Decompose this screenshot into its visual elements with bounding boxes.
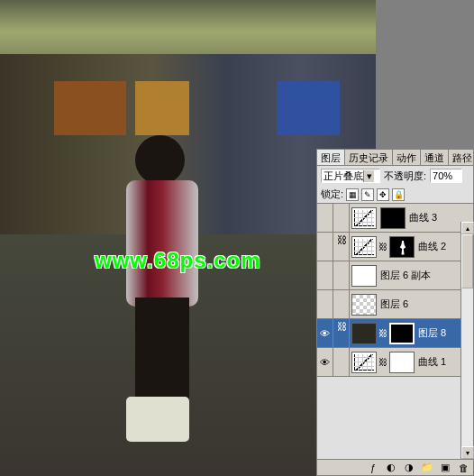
layer-name[interactable]: 曲线 2 [418, 240, 446, 253]
layer-thumbnail[interactable] [351, 236, 377, 258]
link-toggle[interactable] [333, 290, 350, 318]
opacity-label: 不透明度: [384, 169, 426, 183]
visibility-toggle[interactable] [317, 204, 333, 232]
visibility-toggle[interactable] [317, 290, 333, 318]
eye-icon: 👁 [320, 328, 330, 339]
fx-icon[interactable]: ƒ [367, 462, 379, 474]
layer-thumbnail[interactable] [351, 352, 377, 373]
scroll-down-button[interactable]: ▾ [461, 446, 474, 459]
visibility-toggle[interactable]: 👁 [317, 319, 333, 347]
mask-thumbnail[interactable] [380, 207, 406, 229]
lock-label: 锁定: [321, 188, 343, 201]
figure-legs [135, 298, 189, 406]
mask-icon[interactable]: ◐ [385, 462, 397, 474]
lock-pixels-icon[interactable]: ✎ [361, 188, 374, 201]
billboard-3 [277, 81, 340, 135]
scroll-thumb[interactable] [461, 234, 473, 288]
scroll-track[interactable] [461, 234, 473, 446]
blend-mode-value: 正片叠底 [324, 169, 363, 183]
panel-bottom-bar: ƒ ◐ ◑ 📁 ▣ 🗑 [317, 459, 473, 475]
folder-icon[interactable]: 📁 [421, 462, 433, 474]
link-icon: ⛓ [337, 234, 346, 243]
layer-row[interactable]: ⛓ ⛓ 曲线 2 [317, 233, 473, 261]
layer-thumbnail[interactable] [351, 294, 377, 316]
link-toggle[interactable] [333, 261, 350, 289]
chain-icon: ⛓ [378, 242, 387, 252]
layer-thumbnail[interactable] [351, 323, 377, 344]
layer-name[interactable]: 图层 8 [418, 326, 446, 340]
opacity-value: 70% [433, 170, 452, 181]
layer-row[interactable]: 图层 6 副本 [317, 261, 473, 290]
layer-name[interactable]: 曲线 1 [418, 355, 446, 369]
layer-name[interactable]: 曲线 3 [409, 211, 437, 224]
figure-boots [126, 397, 189, 442]
tab-channels[interactable]: 通道 [421, 150, 449, 165]
chain-icon: ⛓ [378, 328, 387, 338]
lock-transparency-icon[interactable]: ▦ [346, 188, 359, 201]
visibility-toggle[interactable]: 👁 [317, 348, 333, 376]
mask-thumbnail[interactable] [389, 323, 415, 344]
opacity-input[interactable]: 70% [430, 169, 462, 183]
watermark-text: www.68ps.com [95, 248, 261, 273]
billboard-1 [54, 81, 126, 135]
visibility-toggle[interactable] [317, 261, 333, 289]
layer-name[interactable]: 图层 6 副本 [380, 269, 431, 282]
chevron-down-icon: ▾ [363, 170, 374, 182]
blend-opacity-row: 正片叠底 ▾ 不透明度: 70% [317, 166, 473, 186]
tab-history[interactable]: 历史记录 [345, 150, 393, 165]
layer-row[interactable]: 曲线 3 [317, 204, 473, 233]
trash-icon[interactable]: 🗑 [457, 462, 469, 474]
figure-body [126, 180, 198, 307]
lock-position-icon[interactable]: ✥ [377, 188, 389, 201]
tab-actions[interactable]: 动作 [393, 150, 421, 165]
lock-row: 锁定: ▦ ✎ ✥ 🔒 [317, 186, 473, 204]
layer-row-selected[interactable]: 👁 ⛓ ⛓ 图层 8 [317, 319, 473, 348]
chain-icon: ⛓ [378, 357, 387, 367]
visibility-toggle[interactable] [317, 233, 333, 261]
layers-panel: 图层 历史记录 动作 通道 路径 正片叠底 ▾ 不透明度: 70% 锁定: ▦ … [316, 149, 474, 476]
link-toggle[interactable] [333, 204, 350, 232]
billboard-2 [135, 81, 189, 135]
new-layer-icon[interactable]: ▣ [439, 462, 451, 474]
blend-mode-dropdown[interactable]: 正片叠底 ▾ [321, 169, 380, 183]
mask-thumbnail[interactable] [389, 236, 415, 258]
layer-thumbnail[interactable] [351, 207, 377, 229]
link-toggle[interactable]: ⛓ [333, 319, 350, 347]
lock-all-icon[interactable]: 🔒 [392, 188, 405, 201]
figure [108, 135, 270, 451]
scroll-up-button[interactable]: ▴ [461, 222, 474, 234]
layer-name[interactable]: 图层 6 [380, 298, 408, 311]
adjustment-icon[interactable]: ◑ [403, 462, 415, 474]
layer-row[interactable]: 👁 ⛓ 曲线 1 [317, 348, 473, 377]
layers-scrollbar[interactable]: ▴ ▾ [460, 222, 473, 459]
link-toggle[interactable] [333, 348, 350, 376]
layer-row[interactable]: 图层 6 [317, 290, 473, 319]
eye-icon: 👁 [320, 357, 330, 368]
link-icon: ⛓ [337, 321, 346, 330]
panel-tabs: 图层 历史记录 动作 通道 路径 [317, 150, 473, 166]
mask-thumbnail[interactable] [389, 352, 415, 373]
tab-paths[interactable]: 路径 [449, 150, 474, 165]
layer-thumbnail[interactable] [351, 265, 377, 287]
tab-layers[interactable]: 图层 [317, 150, 345, 165]
layers-list: 曲线 3 ⛓ ⛓ 曲线 2 图层 6 副本 图层 6 👁 ⛓ ⛓ [317, 204, 473, 377]
link-toggle[interactable]: ⛓ [333, 233, 350, 261]
figure-head [135, 135, 185, 185]
